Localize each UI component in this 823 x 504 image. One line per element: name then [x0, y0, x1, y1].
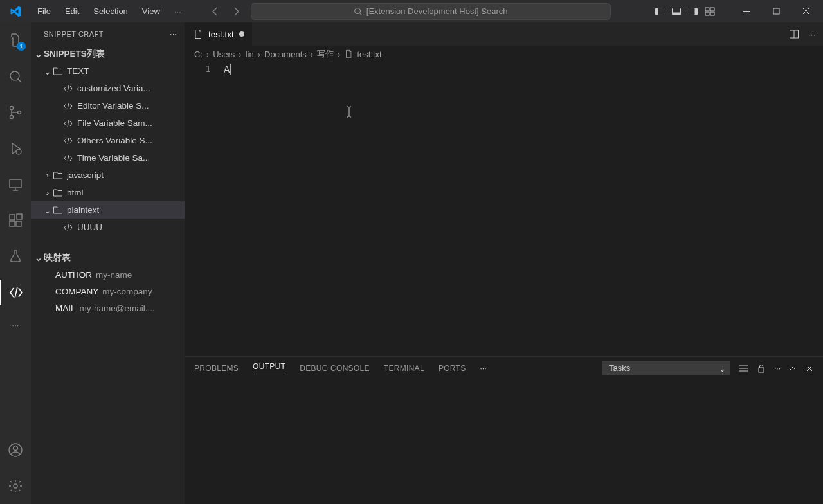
tree-snippet[interactable]: File Variable Sam... [31, 114, 185, 132]
chevron-down-icon: ⌄ [42, 66, 53, 76]
mapping-row[interactable]: MAILmy-name@email.... [31, 300, 185, 316]
source-control-icon[interactable] [0, 100, 31, 125]
layout-panel-icon[interactable] [671, 6, 682, 17]
sidebar-more-icon[interactable]: ··· [170, 30, 177, 38]
tree-folder-javascript[interactable]: › javascript [31, 166, 185, 184]
panel-tab-problems[interactable]: PROBLEMS [194, 364, 239, 373]
output-channel-dropdown[interactable]: Tasks ⌄ [602, 361, 730, 375]
breadcrumb[interactable]: C:› Users› lin› Documents› 写作› test.txt [185, 46, 823, 62]
panel-tab-output[interactable]: OUTPUT [253, 362, 285, 374]
window-maximize-icon[interactable] [761, 0, 791, 22]
svg-rect-26 [759, 368, 764, 372]
svg-point-15 [18, 111, 21, 114]
activity-bar: 1 ··· [0, 22, 31, 504]
menu-file[interactable]: File [31, 3, 57, 20]
tree-folder-plaintext[interactable]: ⌄ plaintext [31, 201, 185, 219]
nav-back-icon[interactable] [207, 3, 224, 20]
file-icon [193, 29, 203, 39]
sidebar-header: SNIPPET CRAFT ··· [31, 22, 185, 45]
folder-icon [53, 66, 63, 76]
line-number: 1 [185, 62, 224, 356]
layout-sidebar-right-icon[interactable] [688, 6, 698, 17]
svg-rect-19 [10, 221, 15, 226]
more-actions-icon[interactable]: ··· [808, 30, 815, 39]
menu-selection[interactable]: Selection [87, 3, 134, 20]
tree-folder-html[interactable]: › html [31, 184, 185, 201]
extensions-icon[interactable] [0, 208, 31, 233]
menu-edit[interactable]: Edit [59, 3, 86, 20]
svg-rect-21 [17, 214, 22, 219]
window-minimize-icon[interactable] [732, 0, 761, 22]
section-mappings[interactable]: ⌄ 映射表 [31, 249, 185, 266]
sidebar-title: SNIPPET CRAFT [44, 30, 104, 38]
mapping-row[interactable]: AUTHORmy-name [31, 266, 185, 283]
nav-forward-icon[interactable] [228, 3, 244, 20]
snippet-craft-icon[interactable] [0, 280, 31, 305]
panel-tab-ports[interactable]: PORTS [439, 364, 466, 373]
tree-snippet[interactable]: Editor Variable S... [31, 97, 185, 114]
tree-snippet[interactable]: customized Varia... [31, 80, 185, 97]
bottom-panel: PROBLEMS OUTPUT DEBUG CONSOLE TERMINAL P… [185, 356, 823, 504]
chevron-up-icon[interactable] [788, 364, 797, 373]
editor-tabs: test.txt ··· [185, 22, 823, 46]
tree-folder-text[interactable]: ⌄ TEXT [31, 62, 185, 80]
more-icon[interactable]: ··· [0, 316, 31, 334]
editor-tab[interactable]: test.txt [185, 22, 253, 46]
more-icon[interactable]: ··· [774, 364, 781, 373]
command-center[interactable]: [Extension Development Host] Search [251, 3, 611, 20]
explorer-icon[interactable]: 1 [0, 28, 31, 53]
svg-point-16 [16, 149, 21, 154]
svg-rect-20 [16, 221, 21, 226]
testing-icon[interactable] [0, 244, 31, 269]
panel-tab-terminal[interactable]: TERMINAL [384, 364, 424, 373]
tree-snippet[interactable]: UUUU [31, 219, 185, 236]
accounts-icon[interactable] [0, 437, 31, 463]
section-snippets[interactable]: ⌄ SNIPPETS列表 [31, 45, 185, 62]
menu-overflow-icon[interactable]: ··· [168, 3, 188, 20]
split-editor-icon[interactable] [789, 29, 799, 39]
tab-filename: test.txt [208, 30, 234, 39]
code-icon [63, 118, 73, 129]
svg-rect-17 [10, 179, 21, 188]
remote-explorer-icon[interactable] [0, 172, 31, 197]
svg-rect-2 [656, 8, 658, 15]
code-content[interactable]: A [224, 62, 823, 356]
code-icon [63, 136, 73, 146]
menu-bar: File Edit Selection View ··· [31, 3, 188, 20]
run-debug-icon[interactable] [0, 136, 31, 161]
folder-icon [53, 188, 63, 198]
svg-rect-18 [10, 215, 15, 220]
code-icon [63, 101, 73, 111]
svg-point-0 [355, 8, 361, 14]
svg-rect-7 [705, 8, 709, 11]
svg-rect-10 [710, 12, 714, 15]
dirty-indicator-icon[interactable] [239, 32, 244, 37]
folder-icon [53, 170, 63, 181]
mapping-row[interactable]: COMPANYmy-company [31, 283, 185, 300]
chevron-down-icon: ⌄ [33, 253, 44, 263]
svg-point-14 [10, 116, 14, 119]
text-cursor-icon [230, 64, 231, 75]
code-icon [63, 222, 73, 233]
settings-gear-icon[interactable] [0, 473, 31, 499]
lock-icon[interactable] [756, 363, 766, 374]
filter-icon[interactable] [738, 363, 748, 374]
tree-snippet[interactable]: Others Variable S... [31, 132, 185, 149]
tree-snippet[interactable]: Time Variable Sa... [31, 149, 185, 166]
panel-more-icon[interactable]: ··· [480, 364, 487, 373]
file-icon [344, 50, 353, 59]
close-panel-icon[interactable] [805, 364, 814, 373]
editor-body[interactable]: 1 A [185, 62, 823, 356]
layout-customize-icon[interactable] [705, 6, 715, 17]
code-icon [63, 153, 73, 163]
menu-view[interactable]: View [136, 3, 167, 20]
panel-tab-debug-console[interactable]: DEBUG CONSOLE [300, 364, 370, 373]
vscode-logo-icon [0, 6, 31, 17]
svg-point-24 [14, 484, 17, 488]
svg-rect-4 [673, 12, 681, 15]
explorer-badge: 1 [17, 42, 26, 51]
folder-icon [53, 205, 63, 215]
search-icon[interactable] [0, 64, 31, 89]
window-close-icon[interactable] [791, 0, 820, 22]
layout-sidebar-left-icon[interactable] [655, 6, 665, 17]
